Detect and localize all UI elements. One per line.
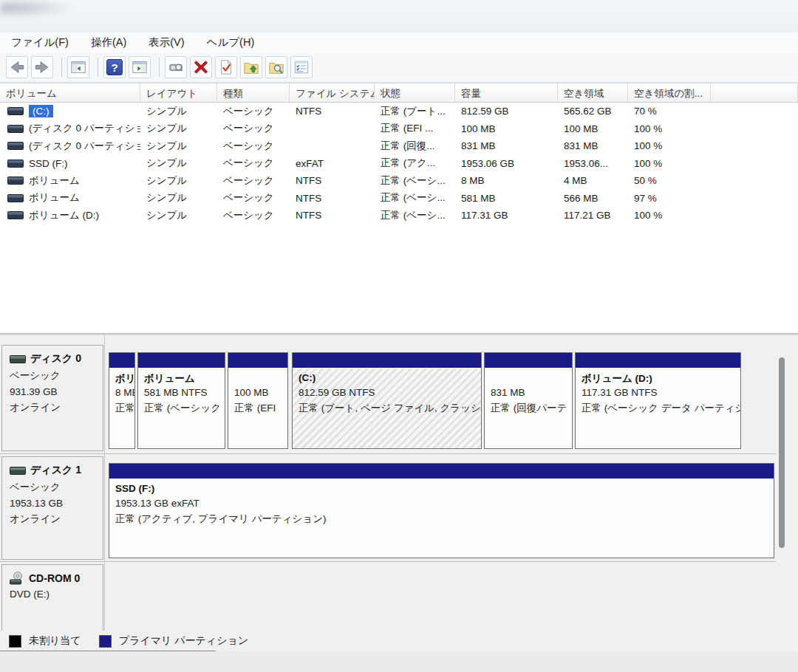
column-header-layout[interactable]: レイアウト xyxy=(140,83,217,102)
volume-free: 117.21 GB xyxy=(558,207,628,224)
properties-button[interactable] xyxy=(290,56,313,78)
partition-status: 正常 (ベーシック xyxy=(144,402,219,416)
volume-layout: シンプル xyxy=(140,190,217,208)
partition-831mb-recovery[interactable]: 831 MB 正常 (回復パーテ xyxy=(484,352,573,449)
folder-up-button[interactable] xyxy=(240,56,262,78)
volume-capacity: 1953.06 GB xyxy=(455,155,558,173)
column-header-type[interactable]: 種類 xyxy=(217,83,290,102)
menu-file[interactable]: ファイル(F) xyxy=(0,32,80,52)
volume-capacity: 100 MB xyxy=(455,120,558,138)
partition-status: 正常 (ベーシック データ パーティシ xyxy=(582,402,734,416)
table-row[interactable]: SSD (F:) シンプル ベーシック exFAT 正常 (アク... 1953… xyxy=(0,155,798,173)
partition-name: (C:) xyxy=(299,372,475,387)
volume-type: ベーシック xyxy=(217,137,290,155)
forward-icon xyxy=(34,59,50,75)
title-bar[interactable] xyxy=(0,0,798,32)
partition-status: 正常 (EFI xyxy=(234,402,282,416)
column-header-status[interactable]: 状態 xyxy=(375,83,455,102)
drive-icon xyxy=(7,142,24,150)
volume-type: ベーシック xyxy=(217,172,290,190)
partition-color-bar xyxy=(228,353,287,368)
back-icon xyxy=(9,59,25,75)
disk1-label-panel[interactable]: ディスク 1 ベーシック 1953.13 GB オンライン xyxy=(1,456,103,560)
volume-free: 4 MB xyxy=(558,172,628,190)
forward-button[interactable] xyxy=(31,56,53,78)
partition-d-drive[interactable]: ボリューム (D:) 117.31 GB NTFS 正常 (ベーシック データ … xyxy=(575,352,741,449)
disk-name: ディスク 1 xyxy=(30,464,81,477)
partition-c-drive[interactable]: (C:) 812.59 GB NTFS 正常 (ブート, ページ ファイル, ク… xyxy=(292,352,482,449)
volume-free-percent: 100 % xyxy=(628,137,711,155)
table-row[interactable]: ボリューム シンプル ベーシック NTFS 正常 (ベーシ... 8 MB 4 … xyxy=(0,172,798,190)
delete-button[interactable] xyxy=(190,56,212,78)
volume-filesystem: NTFS xyxy=(290,207,375,224)
disk-kind: ベーシック xyxy=(10,481,95,494)
column-header-filesystem[interactable]: ファイル システム xyxy=(290,83,375,102)
table-row[interactable]: (C:) シンプル ベーシック NTFS 正常 (ブート... 812.59 G… xyxy=(0,103,798,120)
table-row[interactable]: (ディスク 0 パーティショ... シンプル ベーシック 正常 (EFI ...… xyxy=(0,120,798,138)
partition-size: 581 MB NTFS xyxy=(144,387,219,402)
partition-status: 正常 (ブート, ページ ファイル, クラッシュ xyxy=(299,402,475,416)
toolbar: ? xyxy=(0,52,798,83)
disk-status: オンライン xyxy=(10,512,95,526)
vertical-scrollbar-thumb[interactable] xyxy=(779,357,785,548)
column-header-free-space[interactable]: 空き領域 xyxy=(558,83,628,102)
partition-name: ボリューム xyxy=(144,372,219,387)
window-icon-blur xyxy=(0,0,89,19)
volume-free-percent: 100 % xyxy=(628,155,711,173)
partition-size: 8 MB xyxy=(115,387,129,402)
partition-8mb[interactable]: ボリューム 8 MB 正常 ( xyxy=(109,352,135,449)
disk-management-window: ファイル(F) 操作(A) 表示(V) ヘルプ(H) ? xyxy=(0,0,798,672)
partition-name: SSD (F:) xyxy=(115,483,768,498)
volume-free: 831 MB xyxy=(558,137,628,155)
window-bottom-edge xyxy=(0,651,798,672)
volume-layout: シンプル xyxy=(140,103,217,120)
rescan-disks-icon xyxy=(168,59,184,75)
column-header-capacity[interactable]: 容量 xyxy=(455,83,558,102)
partition-color-bar xyxy=(576,353,740,368)
partition-f-drive[interactable]: SSD (F:) 1953.13 GB exFAT 正常 (アクティブ, プライ… xyxy=(109,463,774,558)
partition-size: 812.59 GB NTFS xyxy=(299,387,475,402)
rescan-disks-button[interactable] xyxy=(165,56,187,78)
column-header-volume[interactable]: ボリューム xyxy=(0,83,140,102)
table-row[interactable]: (ディスク 0 パーティショ... シンプル ベーシック 正常 (回復... 8… xyxy=(0,137,798,155)
partition-status: 正常 (アクティブ, プライマリ パーティション) xyxy=(115,512,768,527)
back-button[interactable] xyxy=(6,56,28,78)
partition-581mb[interactable]: ボリューム 581 MB NTFS 正常 (ベーシック xyxy=(137,352,225,449)
disk-kind: ベーシック xyxy=(10,369,95,383)
check-document-button[interactable] xyxy=(215,56,237,78)
drive-icon xyxy=(7,176,24,185)
partition-color-bar xyxy=(109,464,774,479)
volume-type: ベーシック xyxy=(217,155,290,173)
menu-help[interactable]: ヘルプ(H) xyxy=(196,32,266,52)
cdrom-name: CD-ROM 0 xyxy=(29,572,80,584)
drive-icon xyxy=(7,107,24,115)
volume-filesystem: NTFS xyxy=(290,172,375,190)
volume-name: SSD (F:) xyxy=(29,158,68,169)
toolbar-separator xyxy=(61,58,62,77)
help-button[interactable]: ? xyxy=(103,56,126,78)
disk0-label-panel[interactable]: ディスク 0 ベーシック 931.39 GB オンライン xyxy=(1,345,103,451)
partition-name xyxy=(491,372,566,387)
menu-view[interactable]: 表示(V) xyxy=(137,32,195,52)
folder-search-button[interactable] xyxy=(265,56,287,78)
menu-action[interactable]: 操作(A) xyxy=(80,32,137,52)
label-divider xyxy=(104,335,105,631)
volume-free-percent: 100 % xyxy=(628,120,711,138)
disk-status: オンライン xyxy=(10,401,95,414)
disk-size: 1953.13 GB xyxy=(10,498,95,509)
show-console-tree-button[interactable] xyxy=(67,56,89,78)
volume-layout: シンプル xyxy=(140,207,217,224)
volume-type: ベーシック xyxy=(217,103,290,120)
unallocated-swatch xyxy=(9,635,21,648)
check-document-icon xyxy=(218,59,234,75)
table-row[interactable]: ボリューム シンプル ベーシック NTFS 正常 (ベーシ... 581 MB … xyxy=(0,190,798,208)
column-header-free-percent[interactable]: 空き領域の割... xyxy=(628,83,711,102)
folder-up-icon xyxy=(243,59,259,75)
unallocated-label: 未割り当て xyxy=(29,634,81,648)
show-action-pane-button[interactable] xyxy=(129,56,151,78)
volume-name: (ディスク 0 パーティショ... xyxy=(29,122,140,135)
table-row[interactable]: ボリューム (D:) シンプル ベーシック NTFS 正常 (ベーシ... 11… xyxy=(0,207,798,224)
volume-capacity: 8 MB xyxy=(455,172,558,190)
partition-100mb-efi[interactable]: 100 MB 正常 (EFI xyxy=(228,352,288,449)
volume-filesystem: NTFS xyxy=(290,190,375,208)
